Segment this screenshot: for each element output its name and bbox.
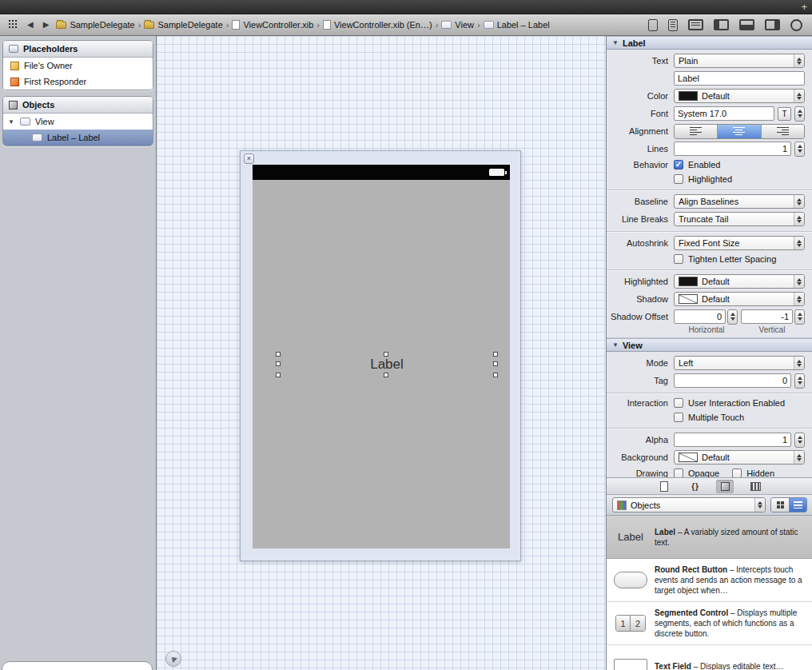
mode-popup[interactable]: Left (674, 356, 805, 370)
highlighted-checkbox[interactable] (674, 174, 683, 184)
shadow-offset-horizontal-stepper[interactable] (727, 309, 738, 325)
shadow-offset-vertical-stepper[interactable] (794, 309, 805, 325)
canvas-dock-button[interactable] (165, 651, 181, 667)
disclosure-icon: ▼ (612, 341, 619, 349)
resize-handle[interactable] (276, 373, 281, 377)
font-field[interactable]: System 17.0 (674, 106, 774, 121)
view-tree-item[interactable]: ▼ View (3, 114, 153, 130)
list-document-icon[interactable] (688, 19, 703, 30)
hidden-label: Hidden (746, 469, 774, 477)
resize-handle[interactable] (493, 361, 498, 366)
alpha-field[interactable]: 1 (674, 433, 791, 447)
text-color-popup[interactable]: Default (674, 89, 805, 103)
segmented-preview: 12 (607, 615, 655, 632)
highlighted-color-popup[interactable]: Default (674, 274, 805, 289)
file-templates-tab[interactable] (655, 480, 673, 493)
resize-handle[interactable] (276, 352, 281, 357)
document-icon[interactable] (648, 19, 658, 31)
label-text-field[interactable]: Label (674, 71, 805, 86)
shadow-color-popup[interactable]: Default (674, 292, 805, 306)
breadcrumb-label: ViewController.xib (243, 20, 313, 30)
close-icon[interactable]: × (244, 154, 254, 164)
enabled-checkbox[interactable] (674, 160, 683, 169)
design-canvas[interactable]: × Label (157, 36, 606, 670)
disclosure-icon: ▼ (612, 39, 619, 46)
baseline-popup[interactable]: Align Baselines (674, 194, 805, 209)
plus-icon[interactable]: + (801, 1, 807, 13)
user-interaction-checkbox[interactable] (674, 398, 683, 408)
disclosure-icon[interactable]: ▼ (7, 118, 15, 126)
debug-area-toggle-icon[interactable] (739, 19, 754, 30)
multiple-touch-checkbox[interactable] (674, 413, 683, 422)
align-center-segment[interactable] (718, 125, 761, 138)
grid-view-button[interactable] (771, 498, 789, 512)
media-tab[interactable] (746, 480, 764, 493)
breadcrumb-label: SampleDelegate (157, 20, 222, 30)
lines-field[interactable]: 1 (674, 142, 791, 156)
breadcrumb-item-file[interactable]: ViewController.xib (232, 20, 313, 30)
label-tree-item[interactable]: Label – Label (3, 130, 153, 146)
navigator-toggle-icon[interactable] (714, 19, 729, 30)
autoshrink-popup[interactable]: Fixed Font Size (674, 236, 805, 250)
breadcrumb-item-project[interactable]: SampleDelegate (56, 20, 134, 30)
opaque-checkbox[interactable] (674, 469, 683, 477)
simulated-status-bar (253, 165, 510, 180)
shadow-offset-vertical-field[interactable]: -1 (741, 309, 793, 324)
code-snippets-tab[interactable]: { } (686, 480, 703, 493)
breadcrumb-item-localization[interactable]: ViewController.xib (En…) (323, 20, 432, 30)
breadcrumb-item-group[interactable]: SampleDelegate (144, 20, 222, 30)
tag-field[interactable]: 0 (674, 373, 791, 388)
section-header-label[interactable]: ▼ Label (607, 36, 812, 50)
xib-document-frame[interactable]: × Label (240, 150, 521, 561)
navigator-filter-field[interactable] (2, 661, 153, 670)
uiview-surface[interactable]: Label (253, 180, 510, 548)
library-item-round-rect-button[interactable]: Round Rect Button – Intercepts touch eve… (607, 559, 812, 602)
breadcrumb-item-label[interactable]: Label – Label (484, 20, 550, 30)
font-size-stepper[interactable] (794, 106, 805, 122)
first-responder-item[interactable]: First Responder (3, 74, 153, 90)
background-color-popup[interactable]: Default (674, 450, 805, 465)
highlighted-label: Highlighted (607, 277, 674, 286)
files-owner-item[interactable]: File's Owner (3, 58, 153, 74)
placeholders-header[interactable]: Placeholders (3, 41, 153, 58)
resize-handle[interactable] (384, 352, 388, 357)
resize-handle[interactable] (493, 373, 498, 377)
tag-stepper[interactable] (794, 373, 805, 389)
organizer-icon[interactable] (790, 19, 802, 31)
tighten-letter-spacing-checkbox[interactable] (674, 254, 683, 264)
text-type-popup[interactable]: Plain (674, 54, 805, 68)
align-left-segment[interactable] (675, 125, 718, 138)
color-swatch (679, 277, 698, 286)
objects-tab[interactable] (716, 480, 734, 493)
breadcrumb-item-view[interactable]: View (441, 20, 474, 30)
popup-arrows-icon (794, 293, 804, 305)
user-interaction-label: User Interaction Enabled (688, 398, 785, 408)
resize-handle[interactable] (276, 361, 281, 366)
selected-uilabel[interactable]: Label (279, 355, 495, 374)
library-scope-popup[interactable]: Objects (612, 497, 766, 512)
text-field-preview (607, 659, 655, 670)
resize-handle[interactable] (384, 373, 388, 377)
section-header-view[interactable]: ▼ View (607, 338, 812, 352)
shadow-offset-horizontal-field[interactable]: 0 (674, 309, 726, 324)
list-view-button[interactable] (789, 498, 806, 512)
back-button[interactable]: ◀ (25, 19, 36, 30)
hidden-checkbox[interactable] (732, 469, 742, 477)
vertical-axis-label: Vertical (739, 325, 805, 334)
utilities-toggle-icon[interactable] (765, 19, 780, 30)
linebreaks-popup[interactable]: Truncate Tail (674, 212, 805, 226)
outline-document-icon[interactable] (668, 19, 678, 31)
library-item-label[interactable]: Label Label – A variably sized amount of… (607, 516, 812, 559)
label-baseline-group: Baseline Align Baselines Line Breaks Tru… (607, 190, 812, 232)
library-item-segmented-control[interactable]: 12 Segmented Control – Displays multiple… (607, 602, 812, 645)
first-responder-cube-icon (10, 78, 19, 86)
objects-header[interactable]: Objects (3, 97, 153, 114)
lines-stepper[interactable] (794, 142, 805, 157)
library-item-text-field[interactable]: Text Field – Displays editable text… (607, 645, 812, 670)
font-picker-icon[interactable]: T (778, 107, 791, 121)
forward-button[interactable]: ▶ (41, 19, 52, 30)
alpha-stepper[interactable] (794, 433, 805, 448)
resize-handle[interactable] (493, 352, 498, 357)
align-right-segment[interactable] (762, 125, 804, 138)
related-items-icon[interactable] (6, 18, 20, 32)
